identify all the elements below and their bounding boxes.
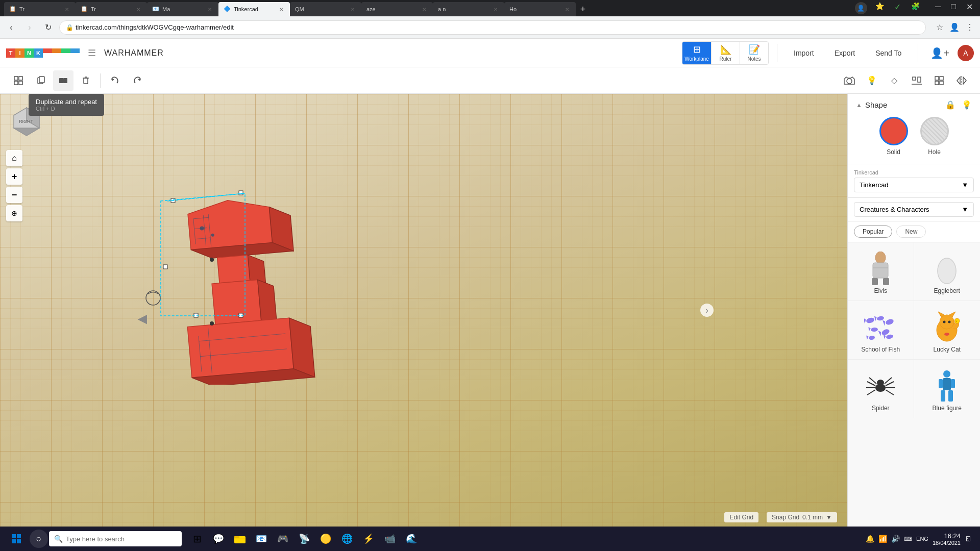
maximize-btn[interactable]: □ — [948, 2, 959, 14]
avatar[interactable]: A — [958, 45, 974, 61]
taskbar-zoom-btn[interactable]: 📹 — [380, 529, 400, 549]
copy-tool[interactable] — [31, 70, 51, 91]
tab-close-7[interactable]: ✕ — [492, 6, 499, 13]
tab-8[interactable]: Ho ✕ — [504, 2, 576, 16]
tab-close-3[interactable]: ✕ — [206, 6, 213, 13]
library-source-dropdown[interactable]: Tinkercad ▼ — [854, 178, 974, 192]
notification-center-btn[interactable]: 🗓 — [965, 535, 972, 543]
shape-item-blue-figure[interactable]: Blue figure — [914, 360, 981, 418]
viewport[interactable]: ▶ RIGHT ⌂ + − ⊕ — [0, 94, 847, 527]
svg-rect-8 — [84, 78, 88, 84]
tab-5[interactable]: QM ✕ — [290, 2, 361, 16]
new-tab-button[interactable]: + — [576, 2, 590, 16]
cube-widget[interactable]: RIGHT — [6, 100, 47, 143]
shape-item-spider[interactable]: Spider — [848, 360, 914, 418]
shape-btn[interactable]: ◇ — [884, 70, 904, 91]
back-button[interactable]: ‹ — [4, 20, 18, 35]
tab-close-2[interactable]: ✕ — [135, 6, 142, 13]
delete-tool[interactable] — [76, 70, 96, 91]
start-button[interactable] — [4, 529, 29, 549]
ruler-btn[interactable]: 📐 Ruler — [711, 42, 740, 64]
edit-grid-btn[interactable]: Edit Grid — [724, 512, 758, 522]
extensions-btn[interactable]: 🧩 — [907, 2, 924, 14]
forward-button[interactable]: › — [22, 20, 37, 35]
shape-item-egglebert[interactable]: Egglebert — [914, 242, 981, 301]
lightbulb-icon[interactable]: 💡 — [962, 100, 972, 110]
taskbar-network-icon[interactable]: 📶 — [878, 535, 887, 543]
taskbar-yellow-app[interactable]: 🟡 — [315, 529, 336, 549]
send-to-btn[interactable]: Send To — [867, 46, 910, 60]
star-btn[interactable]: ⭐ — [871, 2, 888, 14]
shape-collapse-btn[interactable]: ▲ Shape — [856, 101, 887, 109]
more-btn[interactable]: ⋮ — [964, 20, 976, 34]
bookmarks-star[interactable]: ☆ — [934, 20, 945, 34]
taskbar-chat-btn[interactable]: 💬 — [208, 529, 229, 549]
light-btn[interactable]: 💡 — [862, 70, 882, 91]
reload-button[interactable]: ↻ — [41, 20, 55, 35]
notes-btn[interactable]: 📝 Notes — [740, 42, 768, 64]
close-btn[interactable]: ✕ — [963, 2, 976, 14]
browser-actions: ☆ 👤 ⋮ — [934, 20, 976, 34]
import-btn[interactable]: Import — [786, 46, 822, 60]
home-view-btn[interactable]: ⌂ — [6, 150, 22, 166]
taskbar-arduino-btn[interactable]: ⚡ — [358, 529, 379, 549]
redo-tool[interactable] — [127, 70, 148, 91]
profile-btn[interactable]: 👤 — [947, 20, 962, 34]
panel-collapse-btn[interactable]: › — [700, 304, 714, 317]
filter-popular[interactable]: Popular — [854, 226, 892, 238]
tab-7[interactable]: a n ✕ — [433, 2, 504, 16]
grid-btn[interactable] — [929, 70, 949, 91]
svg-rect-93 — [939, 379, 943, 388]
address-bar[interactable]: 🔒 tinkercad.com/things/dtkWOGVCgqe-warha… — [59, 20, 926, 35]
duplicate-tool[interactable] — [53, 70, 74, 91]
tinkercad-logo[interactable]: T I N K — [6, 48, 80, 58]
taskbar-steam-btn[interactable]: 🎮 — [273, 529, 293, 549]
add-user-icon[interactable]: 👤+ — [926, 45, 953, 61]
tab-close-5[interactable]: ✕ — [349, 6, 356, 13]
taskbar-explorer-btn[interactable] — [230, 529, 250, 549]
tab-1[interactable]: 📋 Tr ✕ — [4, 2, 76, 16]
menu-icon[interactable]: ☰ — [86, 45, 98, 61]
export-btn[interactable]: Export — [826, 46, 863, 60]
search-circle-btn[interactable]: ○ — [30, 530, 48, 548]
camera-view-btn[interactable] — [839, 70, 860, 91]
tab-4-tinkercad[interactable]: 🔷 Tinkercad ✕ — [218, 2, 290, 16]
snap-grid-dropdown[interactable]: ▼ — [826, 514, 832, 521]
category-dropdown[interactable]: Creatures & Characters ▼ — [854, 202, 974, 217]
taskbar-volume-icon[interactable]: 🔊 — [891, 535, 900, 543]
taskbar-edge-btn[interactable]: 🌊 — [401, 529, 422, 549]
hole-option[interactable]: Hole — [920, 117, 949, 156]
shape-item-school-of-fish[interactable]: School of Fish — [848, 301, 914, 360]
zoom-out-btn[interactable]: − — [6, 187, 22, 203]
workplane-btn[interactable]: ⊞ Workplane — [682, 42, 711, 64]
taskbar-wifi-btn[interactable]: 📡 — [294, 529, 314, 549]
taskbar-chrome-btn[interactable]: 🌐 — [337, 529, 357, 549]
profile-icon[interactable]: 👤 — [855, 2, 867, 14]
tab-3[interactable]: 📧 Ma ✕ — [147, 2, 218, 16]
filter-new[interactable]: New — [896, 226, 926, 238]
nav-arrow-left[interactable]: ▶ — [138, 313, 147, 328]
tab-close-1[interactable]: ✕ — [63, 6, 70, 13]
flip-btn[interactable] — [951, 70, 972, 91]
solid-option[interactable]: Solid — [879, 117, 908, 156]
blue-figure-label: Blue figure — [933, 405, 962, 412]
taskbar-search[interactable]: 🔍 Type here to search — [49, 531, 182, 546]
taskbar-view-btn[interactable]: ⊞ — [187, 529, 207, 549]
clock-display[interactable]: 16:24 18/04/2021 — [933, 532, 961, 546]
tab-close-4[interactable]: ✕ — [278, 6, 285, 13]
undo-tool[interactable] — [105, 70, 125, 91]
group-align-btn[interactable] — [906, 70, 927, 91]
taskbar-mail-btn[interactable]: 📧 — [251, 529, 272, 549]
lock-shape-icon[interactable]: 🔒 — [945, 100, 955, 110]
group-tool[interactable] — [8, 70, 29, 91]
taskbar-notification-icon[interactable]: 🔔 — [866, 535, 874, 543]
tab-2[interactable]: 📋 Tr ✕ — [76, 2, 147, 16]
tab-close-6[interactable]: ✕ — [421, 6, 428, 13]
tab-close-8[interactable]: ✕ — [564, 6, 571, 13]
fit-all-btn[interactable]: ⊕ — [6, 205, 22, 221]
zoom-in-btn[interactable]: + — [6, 168, 22, 185]
shape-item-elvis[interactable]: Elvis — [848, 242, 914, 301]
shape-item-lucky-cat[interactable]: ¥ Lucky Cat — [914, 301, 981, 360]
minimize-btn[interactable]: ─ — [932, 2, 944, 14]
tab-6[interactable]: aze ✕ — [361, 2, 433, 16]
